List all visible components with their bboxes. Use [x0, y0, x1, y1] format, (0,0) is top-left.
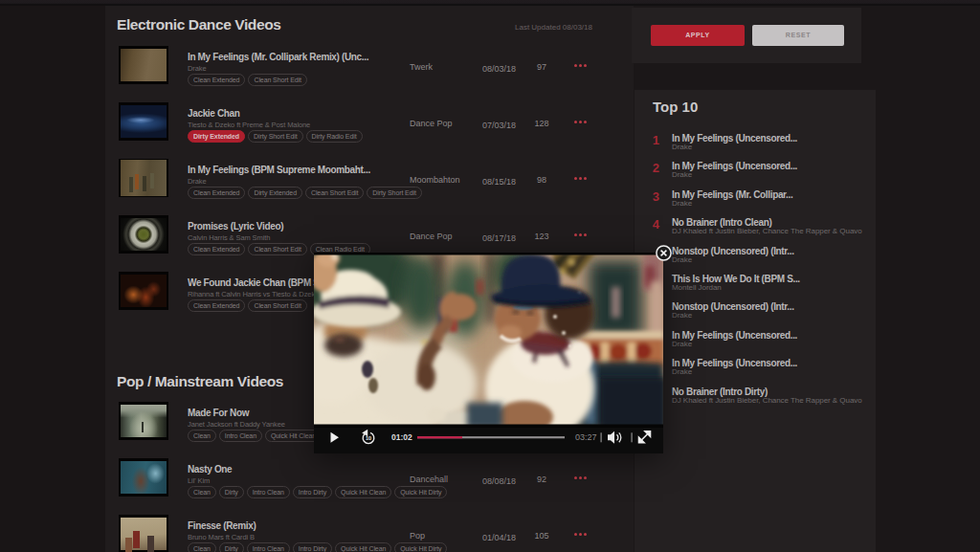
svg-text:03:27: 03:27	[575, 432, 597, 442]
svg-text:01:02: 01:02	[391, 432, 412, 442]
svg-text:10: 10	[366, 435, 371, 441]
